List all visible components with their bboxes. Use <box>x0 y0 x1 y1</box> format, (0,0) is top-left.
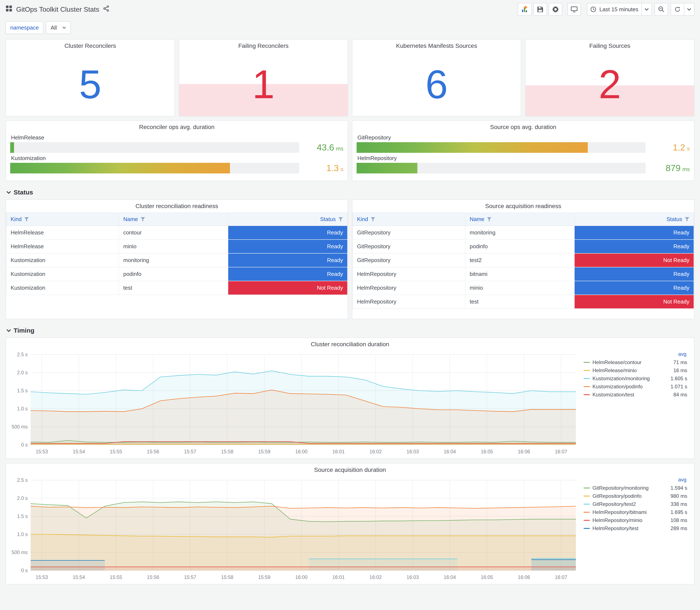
apps-grid-icon[interactable] <box>5 5 12 14</box>
filter-icon[interactable] <box>141 217 145 222</box>
share-icon[interactable] <box>103 5 110 13</box>
column-header-kind[interactable]: Kind <box>353 213 465 226</box>
svg-text:500 ms: 500 ms <box>12 550 28 555</box>
series-avg-value: 980 ms <box>670 493 687 499</box>
variable-value-dropdown[interactable]: All <box>46 21 71 34</box>
panel-title[interactable]: Reconciler ops avg. duration <box>10 121 343 132</box>
cell-status: Ready <box>574 267 694 281</box>
panel-title[interactable]: Cluster reconciliation readiness <box>6 200 348 211</box>
svg-text:0 s: 0 s <box>21 442 28 448</box>
svg-text:15:53: 15:53 <box>36 575 48 580</box>
series-color-dash <box>584 520 590 521</box>
legend-item: Kustomization/podinfo 1.071 s <box>584 383 687 391</box>
filter-icon[interactable] <box>685 217 689 222</box>
zoom-out-icon <box>658 6 665 13</box>
table-row: HelmRelease contour Ready <box>6 226 347 240</box>
bar-gauge-fill <box>10 163 230 174</box>
bar-gauge-track <box>357 142 646 153</box>
cell-name: contour <box>119 226 228 240</box>
time-range-caret-button[interactable] <box>642 3 652 16</box>
cell-status: Ready <box>228 226 347 240</box>
panel-title[interactable]: Cluster reconciliation duration <box>6 338 694 349</box>
dashboard-settings-button[interactable] <box>549 3 562 16</box>
cycle-view-mode-button[interactable] <box>567 3 581 16</box>
panel-title[interactable]: Source ops avg. duration <box>357 121 690 132</box>
dashboard-page: GitOps Toolkit Cluster Stats <box>0 0 700 596</box>
cell-status: Not Ready <box>574 253 694 267</box>
column-header-status[interactable]: Status <box>574 213 694 226</box>
series-color-dash <box>584 504 590 504</box>
readiness-table: Kind Name Status HelmRelease contour Rea… <box>6 212 348 295</box>
filter-icon[interactable] <box>487 217 491 222</box>
legend-item: HelmRelease/contour 71 ms <box>584 358 687 366</box>
filter-icon[interactable] <box>371 217 375 222</box>
series-name[interactable]: GitRepository/podinfo <box>592 493 668 499</box>
gauge-panels-row: Reconciler ops avg. duration HelmRelease… <box>5 120 695 181</box>
column-header-name[interactable]: Name <box>465 213 574 226</box>
svg-text:16:04: 16:04 <box>444 449 456 454</box>
bar-gauge-panel: Reconciler ops avg. duration HelmRelease… <box>5 120 348 181</box>
table-row: GitRepository monitoring Ready <box>353 226 694 240</box>
column-header-status[interactable]: Status <box>228 213 347 226</box>
series-name[interactable]: Kustomization/monitoring <box>592 375 668 382</box>
legend-avg-header[interactable]: avg <box>584 350 687 358</box>
panel-title[interactable]: Source acquisition readiness <box>352 200 694 211</box>
series-name[interactable]: HelmRelease/contour <box>592 359 671 365</box>
chart-plot-area[interactable]: 0 s500 ms1.0 s1.5 s2.0 s2.5 s15:5315:541… <box>9 349 582 457</box>
section-header-status[interactable]: Status <box>5 185 695 199</box>
clock-icon <box>590 6 596 12</box>
stat-panels-row: Cluster Reconcilers 5 Failing Reconciler… <box>5 39 695 116</box>
svg-text:16:03: 16:03 <box>407 575 419 580</box>
filter-icon[interactable] <box>338 217 343 222</box>
series-name[interactable]: GitRepository/test2 <box>592 501 668 507</box>
dashboard-variables: namespace All <box>5 21 695 34</box>
series-name[interactable]: HelmRelease/minio <box>592 368 671 373</box>
cell-kind: HelmRepository <box>353 295 465 309</box>
time-range-button[interactable]: Last 15 minutes <box>587 3 642 16</box>
column-header-kind[interactable]: Kind <box>6 213 119 226</box>
status-tables-row: Cluster reconciliation readiness Kind Na… <box>5 199 695 319</box>
svg-text:15:57: 15:57 <box>184 575 196 580</box>
table-row: HelmRepository minio Ready <box>353 281 694 295</box>
refresh-interval-caret-button[interactable] <box>684 3 695 16</box>
series-name[interactable]: HelmRepository/bitnami <box>592 509 668 515</box>
add-panel-button[interactable] <box>518 3 532 16</box>
bar-gauge-track <box>10 142 299 153</box>
series-color-dash <box>584 370 590 371</box>
section-header-timing[interactable]: Timing <box>5 323 695 338</box>
refresh-button[interactable] <box>671 3 684 16</box>
series-color-dash <box>584 362 590 363</box>
series-name[interactable]: HelmRepository/minio <box>592 517 668 523</box>
variable-label-namespace[interactable]: namespace <box>5 21 43 34</box>
series-name[interactable]: Kustomization/test <box>592 392 671 398</box>
cell-status: Ready <box>228 267 347 281</box>
cell-name: podinfo <box>465 240 574 253</box>
legend-avg-header[interactable]: avg <box>584 476 687 484</box>
filter-icon[interactable] <box>24 217 29 222</box>
svg-text:16:06: 16:06 <box>518 449 530 454</box>
panel-title[interactable]: Source acquisition duration <box>6 464 694 475</box>
section-title: Timing <box>14 327 34 334</box>
cell-kind: HelmRelease <box>6 226 119 240</box>
svg-text:15:53: 15:53 <box>36 449 48 454</box>
save-dashboard-button[interactable] <box>533 3 547 16</box>
series-name[interactable]: Kustomization/podinfo <box>592 384 668 390</box>
bar-gauge-row: HelmRepository 879 ms <box>357 155 690 174</box>
zoom-out-time-button[interactable] <box>654 3 668 16</box>
chart-plot-area[interactable]: 0 s500 ms1.0 s1.5 s2.0 s2.5 s15:5315:541… <box>9 475 582 582</box>
svg-text:15:54: 15:54 <box>73 449 85 454</box>
cell-status: Ready <box>574 226 694 240</box>
bar-gauge-value: 1.2 s <box>651 142 690 152</box>
series-name[interactable]: HelmRepository/test <box>592 525 668 531</box>
refresh-icon <box>674 6 681 12</box>
column-header-name[interactable]: Name <box>119 213 228 226</box>
svg-text:0 s: 0 s <box>21 568 28 573</box>
stat-value: 1 <box>179 39 348 116</box>
chevron-down-icon <box>6 191 11 194</box>
svg-text:16:05: 16:05 <box>481 575 493 580</box>
stat-panel: Failing Reconcilers 1 <box>179 39 348 116</box>
bar-gauge-row: Kustomization 1.3 s <box>10 155 343 174</box>
svg-text:16:00: 16:00 <box>295 575 308 580</box>
bar-gauge-value: 1.3 s <box>304 163 343 173</box>
series-name[interactable]: GitRepository/monitoring <box>592 485 668 491</box>
